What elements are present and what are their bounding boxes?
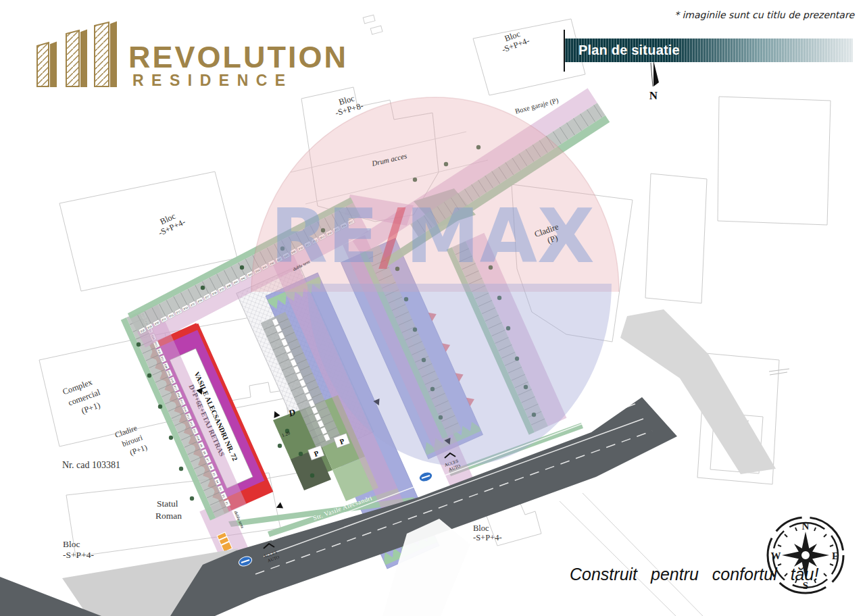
tree-dot — [190, 496, 194, 500]
svg-text:-S+P+4-: -S+P+4- — [473, 533, 502, 542]
north-label: N — [649, 89, 658, 102]
direction-arrow — [272, 410, 280, 418]
compass-w: W — [771, 550, 781, 561]
tree-dot — [299, 452, 303, 456]
tree-dot — [201, 286, 205, 290]
tree-dot — [158, 405, 162, 409]
tree-dot — [240, 265, 244, 270]
site-plan-drawing: REVOLUTION RESIDENCE — [0, 0, 865, 616]
logo-buildings-icon — [37, 22, 116, 86]
site-plan-page: REVOLUTION RESIDENCE — [0, 0, 865, 616]
slogan-text: Construit pentru confortul tău! — [570, 565, 793, 584]
tree-dot — [137, 342, 141, 346]
compass-n: N — [802, 521, 810, 532]
label-bloc-bottom-left: Bloc — [63, 539, 80, 549]
label-bloc-bottom-center: Bloc — [473, 523, 489, 533]
svg-text:-S+P+4-: -S+P+4- — [63, 550, 94, 560]
label-statul-roman: Statul — [157, 498, 178, 509]
svg-text:Roman: Roman — [155, 511, 182, 521]
label-nr-cad: Nr. cad 103381 — [62, 460, 120, 470]
parking-sign-2 — [418, 471, 433, 484]
logo-subtitle: RESIDENCE — [132, 72, 293, 89]
banner-title: Plan de situatie — [565, 43, 680, 58]
logo: REVOLUTION RESIDENCE — [37, 22, 348, 89]
section-banner: Plan de situatie — [565, 38, 853, 62]
tree-dot — [310, 473, 314, 478]
disclaimer-text: * imaginile sunt cu titlu de prezentare — [674, 9, 854, 20]
tree-dot — [169, 436, 173, 440]
north-arrow: N — [649, 61, 659, 102]
tree-dot — [179, 467, 183, 471]
tree-dot — [278, 444, 282, 448]
tree-dot — [147, 374, 151, 378]
compass-e: E — [832, 550, 839, 561]
logo-title: REVOLUTION — [128, 40, 348, 74]
